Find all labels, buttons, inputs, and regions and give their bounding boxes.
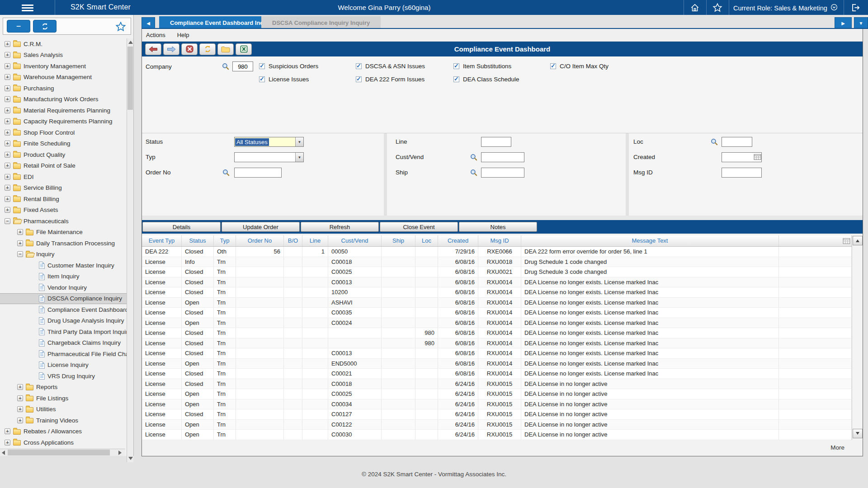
tree-expander-icon[interactable]: + [5, 63, 10, 69]
tree-item-training-videos[interactable]: +Training Videos [0, 415, 127, 426]
table-row[interactable]: LicenseClosedTrnC000186/24/16RXU0015DEA … [142, 379, 852, 389]
tree-item-vrs-drug-inquiry[interactable]: VRS Drug Inquiry [0, 371, 127, 382]
tree-expander-icon[interactable]: + [5, 52, 10, 58]
tree-expander-icon[interactable]: + [17, 229, 23, 235]
refresh-button[interactable] [199, 43, 216, 55]
column-header-typ[interactable]: Typ [214, 235, 236, 246]
line-input[interactable] [481, 137, 511, 147]
table-row[interactable]: LicenseOpenTrnC000346/24/16RXU0015DEA Li… [142, 399, 852, 410]
tree-expander-icon[interactable]: − [5, 218, 10, 224]
scrollbar-thumb[interactable] [127, 47, 133, 110]
search-icon[interactable] [470, 154, 477, 161]
tree-expander-icon[interactable]: + [17, 384, 23, 390]
scrollbar-thumb[interactable] [8, 450, 110, 455]
tree-item-warehouse-management[interactable]: +Warehouse Management [0, 72, 127, 83]
tree-expander-icon[interactable]: − [17, 251, 23, 257]
table-row[interactable]: DEA 222ClosedOth561000507/29/16RXE0066DE… [142, 247, 852, 257]
tab-scroll-right-button[interactable]: ▶ [835, 17, 852, 29]
home-icon[interactable] [688, 2, 702, 13]
company-input[interactable] [232, 61, 253, 71]
tree-expander-icon[interactable]: + [5, 440, 10, 446]
tree-item-fixed-assets[interactable]: +Fixed Assets [0, 205, 127, 216]
column-header-order-no[interactable]: Order No [236, 235, 284, 246]
tree-item-chargeback-claims-inquiry[interactable]: Chargeback Claims Inquiry [0, 338, 127, 349]
column-header-ship[interactable]: Ship [382, 235, 415, 246]
status-select[interactable]: All Statuses▼ [234, 137, 304, 147]
export-excel-button[interactable] [236, 43, 252, 55]
table-row[interactable]: LicenseClosedTrnC000216/08/16RXU0014DEA … [142, 369, 852, 379]
table-row[interactable]: LicenseOpenTrnC000306/24/16RXU0015DEA Li… [142, 430, 852, 440]
menu-item-actions[interactable]: Actions [146, 32, 165, 38]
column-header-message-text[interactable]: Message Text [521, 235, 779, 246]
table-row[interactable]: LicenseInfoTrnC000186/08/16RXU0018Drug S… [142, 257, 852, 267]
tree-item-edi[interactable]: +EDI [0, 171, 127, 183]
tree-expander-icon[interactable]: + [5, 207, 10, 213]
tree-expander-icon[interactable]: + [5, 428, 10, 434]
grid-vertical-scrollbar[interactable] [852, 235, 863, 440]
tree-item-inquiry[interactable]: −Inquiry [0, 249, 127, 260]
sidebar-vertical-scrollbar[interactable] [127, 38, 133, 462]
forward-button[interactable] [163, 43, 179, 55]
chevron-down-icon[interactable]: ▼ [295, 137, 303, 146]
tree-item-inventory-management[interactable]: +Inventory Management [0, 61, 127, 72]
tree-expander-icon[interactable]: + [5, 118, 10, 124]
refresh-button[interactable]: Refresh [301, 222, 379, 232]
tree-item-third-party-data-import-inquiry[interactable]: Third Party Data Import Inquiry [0, 326, 127, 338]
table-row[interactable]: LicenseClosedTrn9806/08/16RXU0014DEA Lic… [142, 338, 852, 349]
scroll-left-icon[interactable] [2, 450, 5, 455]
tree-item-drug-usage-analysis-inquiry[interactable]: Drug Usage Analysis Inquiry [0, 315, 127, 327]
scroll-up-icon[interactable] [853, 236, 863, 245]
details-button[interactable]: Details [142, 222, 221, 232]
close-event-button[interactable]: Close Event [380, 222, 458, 232]
tab-scroll-left-button[interactable]: ◀ [142, 17, 155, 29]
checkbox-icon[interactable] [259, 63, 265, 69]
tree-expander-icon[interactable]: + [5, 41, 10, 47]
table-row[interactable]: LicenseClosedTrnC000256/08/16RXU0021Drug… [142, 267, 852, 277]
tree-item-material-requirements-planning[interactable]: +Material Requirements Planning [0, 105, 127, 116]
tree-item-retail-point-of-sale[interactable]: +Retail Point of Sale [0, 160, 127, 172]
tree-item-reports[interactable]: +Reports [0, 382, 127, 393]
sidebar-horizontal-scrollbar[interactable] [0, 449, 125, 456]
table-row[interactable]: LicenseClosedTrnC000356/08/16RXU0014DEA … [142, 308, 852, 318]
checkbox-item-substitutions[interactable]: Item Substitutions [453, 63, 511, 70]
table-row[interactable]: LicenseClosedTrnC000136/08/16RXU0014DEA … [142, 277, 852, 288]
checkbox-dea-class-schedule[interactable]: DEA Class Schedule [453, 76, 519, 83]
tree-item-vendor-inquiry[interactable]: Vendor Inquiry [0, 282, 127, 293]
tree-item-utilities[interactable]: +Utilities [0, 404, 127, 415]
search-icon[interactable] [222, 169, 230, 176]
tree-item-purchasing[interactable]: +Purchasing [0, 83, 127, 94]
column-header-cust-vend[interactable]: Cust/Vend [328, 235, 382, 246]
favorites-star-icon[interactable] [711, 2, 724, 13]
checkbox-license-issues[interactable]: License Issues [259, 76, 309, 83]
checkbox-icon[interactable] [356, 76, 362, 82]
tree-expander-icon[interactable]: + [5, 74, 10, 80]
search-icon[interactable] [711, 138, 718, 145]
table-row[interactable]: LicenseClosedTrnC000136/08/16RXU0014DEA … [142, 348, 852, 359]
tree-item-pharmaceutical-file-field-chan[interactable]: Pharmaceutical File Field Chan [0, 348, 127, 360]
tree-expander-icon[interactable]: + [5, 174, 10, 180]
tree-expander-icon[interactable]: + [17, 395, 23, 401]
tree-expander-icon[interactable]: + [5, 141, 10, 146]
msg-id-input[interactable] [722, 168, 762, 178]
checkbox-dea-222-form-issues[interactable]: DEA 222 Form Issues [356, 76, 425, 83]
tab-list-dropdown-button[interactable]: ▼ [854, 17, 868, 29]
tree-item-capacity-requirements-planning[interactable]: +Capacity Requirements Planning [0, 116, 127, 127]
tree-expander-icon[interactable]: + [5, 196, 10, 202]
checkbox-dscsa-asn-issues[interactable]: DSCSA & ASN Issues [356, 63, 425, 70]
scroll-down-icon[interactable] [128, 457, 133, 460]
loc-input[interactable] [722, 137, 752, 147]
tree-item-compliance-event-dashboard[interactable]: Compliance Event Dashboard [0, 304, 127, 315]
tab-dscsa-compliance-inquiry-inquiry[interactable]: DSCSA Compliance Inquiry Inquiry [261, 16, 381, 29]
tree-expander-icon[interactable]: + [5, 163, 10, 169]
scroll-up-icon[interactable] [128, 41, 133, 44]
open-folder-button[interactable] [217, 43, 234, 55]
grid-settings-icon[interactable] [843, 238, 850, 246]
typ-select[interactable]: ▼ [234, 152, 304, 162]
table-row[interactable]: LicenseClosedTrn9806/08/16RXU0014DEA Lic… [142, 328, 852, 338]
tree-item-service-billing[interactable]: +Service Billing [0, 183, 127, 194]
tree-item-manufacturing-work-orders[interactable]: +Manufacturing Work Orders [0, 94, 127, 105]
tree-expander-icon[interactable]: + [5, 185, 10, 191]
checkbox-icon[interactable] [356, 63, 362, 69]
tree-item-rebates-allowances[interactable]: +Rebates / Allowances [0, 426, 127, 437]
tree-item-item-inquiry[interactable]: Item Inquiry [0, 271, 127, 282]
